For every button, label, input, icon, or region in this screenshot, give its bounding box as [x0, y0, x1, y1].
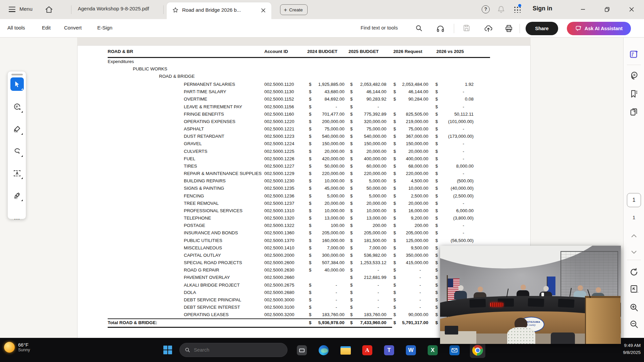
- acrobat-icon[interactable]: A: [362, 345, 373, 356]
- tab-agenda-workshop[interactable]: Agenda Workshop 9-8-2025.pdf: [78, 6, 149, 11]
- total-top-rule: [108, 318, 392, 319]
- currency-sign: $: [350, 319, 353, 326]
- menu-button[interactable]: Menu: [19, 6, 33, 12]
- fit-page-icon[interactable]: [628, 283, 640, 295]
- currency-sign: $: [309, 296, 311, 304]
- select-tool-button[interactable]: [10, 77, 24, 91]
- restore-window-icon[interactable]: [602, 5, 612, 14]
- meeting-attendee: [454, 285, 468, 300]
- edge-browser-icon[interactable]: [318, 345, 329, 356]
- fill-sign-tool-button[interactable]: [10, 189, 24, 202]
- currency-sign: $: [435, 237, 438, 244]
- amount: -: [312, 282, 344, 289]
- comments-panel-icon[interactable]: [628, 70, 640, 81]
- amount: 10,000.00: [354, 207, 386, 215]
- close-tab-icon[interactable]: [260, 7, 267, 14]
- text-select-box-icon: [13, 169, 21, 177]
- search-input[interactable]: [194, 347, 274, 353]
- currency-sign: $: [350, 96, 353, 103]
- minimize-window-icon[interactable]: [578, 5, 588, 14]
- currency-sign: $: [435, 118, 438, 125]
- highlight-tool-button[interactable]: [10, 122, 24, 136]
- edit-menu[interactable]: Edit: [42, 25, 51, 31]
- next-page-chevron-down-icon[interactable]: [628, 246, 640, 258]
- account-id: 002.5000.1225: [264, 148, 294, 155]
- close-window-icon[interactable]: [627, 5, 637, 14]
- teams-icon[interactable]: T: [383, 345, 395, 356]
- section-expenditures: Expenditures: [108, 59, 134, 64]
- currency-sign: $: [435, 296, 438, 304]
- help-icon[interactable]: ?: [482, 5, 490, 13]
- amount: 220,000.00: [312, 170, 344, 177]
- amount: 200.00: [354, 222, 386, 229]
- currency-sign: $: [309, 88, 311, 96]
- currency-sign: $: [309, 163, 311, 170]
- amount: 10,000.00: [397, 185, 428, 192]
- save-icon[interactable]: [463, 24, 471, 32]
- meeting-video-overlay[interactable]: MONTEZUMA County: [440, 246, 621, 344]
- esign-menu[interactable]: E-Sign: [97, 25, 112, 31]
- plus-icon: +: [284, 7, 287, 13]
- draw-lasso-tool-button[interactable]: [10, 144, 24, 158]
- file-explorer-icon[interactable]: [340, 345, 351, 356]
- share-button[interactable]: Share: [526, 22, 558, 35]
- upload-cloud-icon[interactable]: [484, 24, 493, 33]
- create-button[interactable]: + Create: [280, 4, 308, 15]
- start-button[interactable]: [162, 344, 174, 356]
- account-id: 002.5000.3200: [264, 311, 294, 318]
- outlook-icon[interactable]: [449, 345, 460, 356]
- table-row: TIRES002.5000.1227$50,000.00$60,000.00$6…: [77, 163, 530, 170]
- currency-sign: $: [309, 81, 311, 88]
- table-row: PROFESSIONAL SERVICES002.5000.1310$10,00…: [77, 207, 530, 215]
- star-icon[interactable]: [172, 7, 179, 13]
- excel-icon[interactable]: X: [427, 345, 438, 356]
- currency-sign: $: [309, 185, 311, 192]
- row-label: CULVERTS: [184, 148, 207, 155]
- word-icon[interactable]: W: [405, 345, 417, 356]
- currency-sign: $: [309, 311, 311, 318]
- home-icon[interactable]: [45, 5, 53, 14]
- search-icon[interactable]: [415, 24, 423, 32]
- col-2025-budget: 2025 BUDGET: [338, 49, 379, 54]
- amount: 75,000.00: [354, 125, 386, 133]
- more-tools-button[interactable]: ...: [10, 211, 24, 224]
- find-text-or-tools[interactable]: Find text or tools: [361, 25, 398, 31]
- ask-ai-assistant-button[interactable]: Ask AI Assistant: [567, 22, 631, 35]
- amount: 160,000.00: [312, 237, 344, 244]
- amount: (101,000.00): [439, 118, 474, 125]
- print-icon[interactable]: [504, 24, 513, 33]
- task-view-icon[interactable]: [296, 345, 308, 356]
- previous-page-chevron-up-icon[interactable]: [628, 230, 640, 242]
- currency-sign: $: [350, 207, 353, 215]
- weather-widget[interactable]: 66°F Sunny: [4, 342, 30, 353]
- taskbar-clock[interactable]: 9:49 AM 9/8/2025: [623, 342, 641, 356]
- table-row: TREE REMOVAL002.5000.1237$20,000.00$20,0…: [77, 200, 530, 207]
- page-thumbnails-icon[interactable]: [628, 106, 640, 118]
- divider: [163, 5, 164, 14]
- row-label: TELEPHONE: [184, 215, 211, 222]
- bookmarks-panel-icon[interactable]: [628, 88, 640, 100]
- amount: (500.00): [439, 177, 474, 185]
- taskbar-search[interactable]: [179, 343, 287, 357]
- currency-sign: $: [350, 111, 353, 118]
- currency-sign: $: [350, 237, 353, 244]
- page-number-input[interactable]: 1: [627, 193, 641, 207]
- account-id: 002.5000.3000: [264, 296, 294, 304]
- zoom-in-icon[interactable]: [628, 302, 640, 313]
- all-tools-menu[interactable]: All tools: [7, 25, 25, 31]
- rotate-page-icon[interactable]: [628, 266, 640, 278]
- comment-tool-button[interactable]: [10, 100, 24, 114]
- notifications-bell-icon[interactable]: [497, 5, 505, 14]
- sign-in-button[interactable]: Sign in: [533, 5, 552, 12]
- currency-sign: $: [350, 133, 353, 140]
- ai-summary-icon[interactable]: [628, 49, 640, 60]
- text-recognition-tool-button[interactable]: [10, 167, 24, 180]
- read-aloud-headphones-icon[interactable]: [436, 24, 445, 33]
- tab-road-and-bridge[interactable]: Road and Bridge 2026 b...: [167, 2, 271, 19]
- convert-menu[interactable]: Convert: [64, 25, 82, 31]
- chrome-icon[interactable]: [472, 345, 483, 356]
- menu-hamburger-icon[interactable]: [9, 7, 15, 12]
- zoom-out-icon[interactable]: [628, 318, 640, 330]
- panel-drag-handle[interactable]: [11, 74, 23, 75]
- currency-sign: $: [309, 148, 311, 155]
